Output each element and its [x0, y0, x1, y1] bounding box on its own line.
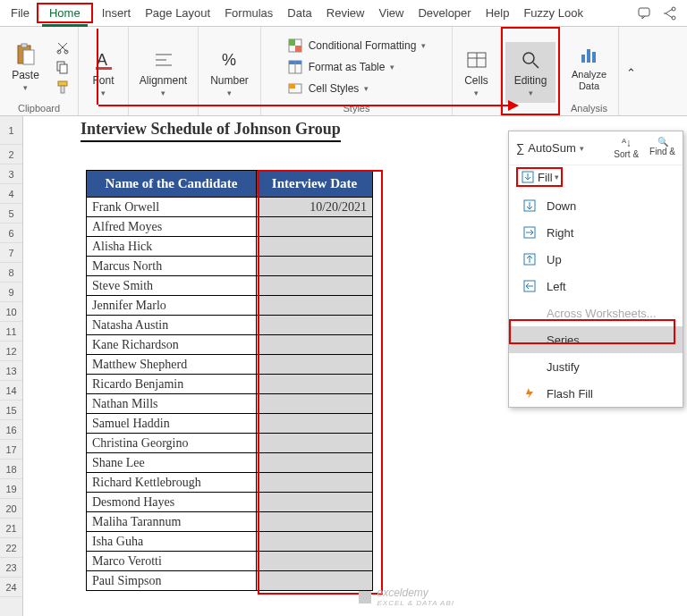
cell-date[interactable] — [257, 493, 373, 512]
tab-review[interactable]: Review — [319, 2, 372, 24]
row-header[interactable]: 4 — [0, 184, 22, 204]
comments-icon[interactable] — [637, 5, 653, 21]
row-header[interactable]: 1 — [0, 116, 22, 145]
fill-button[interactable]: Fill▾ — [516, 167, 563, 187]
row-header[interactable]: 5 — [0, 204, 22, 224]
tab-help[interactable]: Help — [479, 2, 517, 24]
row-header[interactable]: 2 — [0, 145, 22, 165]
row-header[interactable]: 13 — [0, 361, 22, 381]
paste-button[interactable]: Paste ▾ — [4, 38, 47, 96]
cell-date[interactable] — [257, 552, 373, 571]
cell-date[interactable] — [257, 355, 373, 375]
cell-name[interactable]: Kane Richardson — [87, 335, 257, 355]
cell-name[interactable]: Jennifer Marlo — [87, 296, 257, 316]
row-header[interactable]: 18 — [0, 460, 22, 479]
tab-home[interactable]: Home — [42, 2, 88, 27]
editing-button[interactable]: Editing▾ — [505, 42, 556, 103]
tab-data[interactable]: Data — [280, 2, 318, 24]
row-header[interactable]: 7 — [0, 243, 22, 263]
cell-date[interactable] — [257, 414, 373, 434]
row-header[interactable]: 3 — [0, 165, 22, 184]
cell-name[interactable]: Natasha Austin — [87, 316, 257, 335]
fill-left-item[interactable]: Left — [509, 273, 683, 300]
cell-styles-button[interactable]: Cell Styles ▾ — [287, 80, 369, 97]
tab-formulas[interactable]: Formulas — [217, 2, 280, 24]
tab-fuzzy[interactable]: Fuzzy Look — [516, 2, 589, 24]
autosum-button[interactable]: ∑AutoSum ▾ — [516, 141, 584, 155]
ribbon-collapse[interactable]: ⌃ — [619, 27, 642, 115]
cell-name[interactable]: Alisha Hick — [87, 237, 257, 257]
share-icon[interactable] — [662, 5, 678, 21]
row-header[interactable]: 10 — [0, 302, 22, 322]
tab-view[interactable]: View — [371, 2, 411, 24]
find-button[interactable]: 🔍Find & — [649, 137, 675, 159]
cell-name[interactable]: Marco Verotti — [87, 552, 257, 571]
cell-name[interactable]: Steve Smith — [87, 276, 257, 296]
cell-name[interactable]: Maliha Tarannum — [87, 512, 257, 532]
row-header[interactable]: 22 — [0, 538, 22, 558]
cell-name[interactable]: Ricardo Benjamin — [87, 375, 257, 394]
row-header[interactable]: 14 — [0, 381, 22, 401]
cell-date[interactable] — [257, 434, 373, 453]
fill-up-item[interactable]: Up — [509, 246, 683, 273]
cell-name[interactable]: Alfred Moyes — [87, 217, 257, 237]
cell-date[interactable] — [257, 217, 373, 237]
cell-name[interactable]: Christina Georgino — [87, 434, 257, 453]
tab-page-layout[interactable]: Page Layout — [138, 2, 217, 24]
cell-date[interactable]: 10/20/2021 — [257, 198, 373, 217]
cell-name[interactable]: Frank Orwell — [87, 198, 257, 217]
format-as-table-button[interactable]: Format as Table ▾ — [287, 59, 395, 75]
cell-name[interactable]: Samuel Haddin — [87, 414, 257, 434]
cell-date[interactable] — [257, 512, 373, 532]
tab-developer[interactable]: Developer — [411, 2, 478, 24]
sort-button[interactable]: ᴬ↓Sort & — [614, 137, 639, 159]
row-header[interactable]: 17 — [0, 440, 22, 460]
row-header[interactable]: 11 — [0, 322, 22, 342]
cell-date[interactable] — [257, 335, 373, 355]
cell-date[interactable] — [257, 571, 373, 591]
alignment-button[interactable]: Alignment▾ — [132, 44, 194, 101]
cell-date[interactable] — [257, 532, 373, 552]
analyze-button[interactable]: Analyze Data — [564, 38, 615, 94]
cell-date[interactable] — [257, 257, 373, 276]
cell-name[interactable]: Paul Simpson — [87, 571, 257, 591]
cell-name[interactable]: Desmond Hayes — [87, 493, 257, 512]
font-button[interactable]: A Font▾ — [84, 44, 123, 101]
row-header[interactable]: 8 — [0, 263, 22, 283]
fill-down-item[interactable]: Down — [509, 192, 683, 219]
fill-right-item[interactable]: Right — [509, 219, 683, 246]
copy-icon[interactable] — [52, 59, 73, 75]
fill-series-item[interactable]: Series... — [509, 326, 683, 353]
tab-file[interactable]: File — [4, 2, 37, 24]
cell-date[interactable] — [257, 296, 373, 316]
col-header-name[interactable]: Name of the Candidate — [87, 171, 257, 198]
cell-date[interactable] — [257, 276, 373, 296]
fill-justify-item[interactable]: Justify — [509, 353, 683, 380]
cut-icon[interactable] — [52, 39, 73, 55]
row-header[interactable]: 19 — [0, 479, 22, 499]
row-header[interactable]: 12 — [0, 342, 22, 361]
cell-date[interactable] — [257, 453, 373, 473]
flash-fill-item[interactable]: Flash Fill — [509, 380, 683, 407]
cells-button[interactable]: Cells▾ — [457, 44, 496, 101]
cell-name[interactable]: Isha Guha — [87, 532, 257, 552]
cell-name[interactable]: Shane Lee — [87, 453, 257, 473]
number-button[interactable]: % Number▾ — [203, 44, 256, 101]
tab-insert[interactable]: Insert — [95, 2, 139, 24]
row-header[interactable]: 6 — [0, 224, 22, 243]
row-header[interactable]: 16 — [0, 420, 22, 440]
cell-date[interactable] — [257, 473, 373, 493]
cell-name[interactable]: Marcus North — [87, 257, 257, 276]
row-header[interactable]: 15 — [0, 401, 22, 420]
row-header[interactable]: 21 — [0, 519, 22, 538]
col-header-date[interactable]: Interview Date — [257, 171, 373, 198]
format-painter-icon[interactable] — [52, 79, 73, 95]
cell-date[interactable] — [257, 237, 373, 257]
row-header[interactable]: 23 — [0, 558, 22, 578]
cell-date[interactable] — [257, 375, 373, 394]
conditional-formatting-button[interactable]: Conditional Formatting ▾ — [287, 38, 427, 54]
row-header[interactable]: 24 — [0, 578, 22, 597]
cell-name[interactable]: Nathan Mills — [87, 394, 257, 414]
row-header[interactable]: 9 — [0, 283, 22, 302]
row-header[interactable]: 20 — [0, 499, 22, 519]
